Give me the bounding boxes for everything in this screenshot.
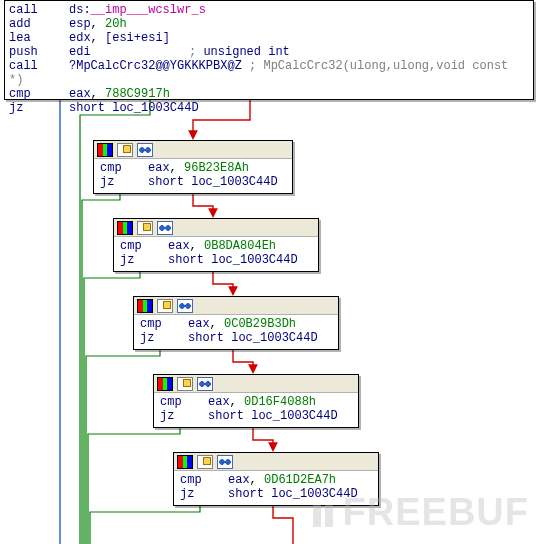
cfg-node[interactable]: cmpeax, 0D16F4088h jzshort loc_1003C44D	[153, 374, 359, 428]
graph-icon[interactable]	[217, 455, 233, 469]
document-icon[interactable]	[117, 143, 133, 157]
graph-icon[interactable]	[177, 299, 193, 313]
node-titlebar	[134, 297, 338, 315]
node-titlebar	[94, 141, 292, 159]
graph-icon[interactable]	[157, 221, 173, 235]
document-icon[interactable]	[177, 377, 193, 391]
node-body: cmpeax, 96B23E8Ah jzshort loc_1003C44D	[94, 159, 292, 193]
document-icon[interactable]	[157, 299, 173, 313]
document-icon[interactable]	[197, 455, 213, 469]
node-titlebar	[154, 375, 358, 393]
node-body: cmpeax, 0D16F4088h jzshort loc_1003C44D	[154, 393, 358, 427]
palette-icon[interactable]	[177, 455, 193, 469]
node-titlebar	[114, 219, 318, 237]
cfg-node[interactable]: cmpeax, 0B8DA804Eh jzshort loc_1003C44D	[113, 218, 319, 272]
graph-icon[interactable]	[197, 377, 213, 391]
palette-icon[interactable]	[97, 143, 113, 157]
node-titlebar	[174, 453, 378, 471]
document-icon[interactable]	[137, 221, 153, 235]
graph-icon[interactable]	[137, 143, 153, 157]
palette-icon[interactable]	[137, 299, 153, 313]
node-body: cmpeax, 0B8DA804Eh jzshort loc_1003C44D	[114, 237, 318, 271]
palette-icon[interactable]	[157, 377, 173, 391]
node-body: cmpeax, 0C0B29B3Dh jzshort loc_1003C44D	[134, 315, 338, 349]
palette-icon[interactable]	[117, 221, 133, 235]
top-disasm-block: callds:__imp___wcslwr_s addesp, 20h leae…	[4, 0, 534, 100]
cfg-node[interactable]: cmpeax, 96B23E8Ah jzshort loc_1003C44D	[93, 140, 293, 194]
node-body: cmpeax, 0D61D2EA7h jzshort loc_1003C44D	[174, 471, 378, 505]
cfg-node[interactable]: cmpeax, 0C0B29B3Dh jzshort loc_1003C44D	[133, 296, 339, 350]
cfg-node[interactable]: cmpeax, 0D61D2EA7h jzshort loc_1003C44D	[173, 452, 379, 506]
